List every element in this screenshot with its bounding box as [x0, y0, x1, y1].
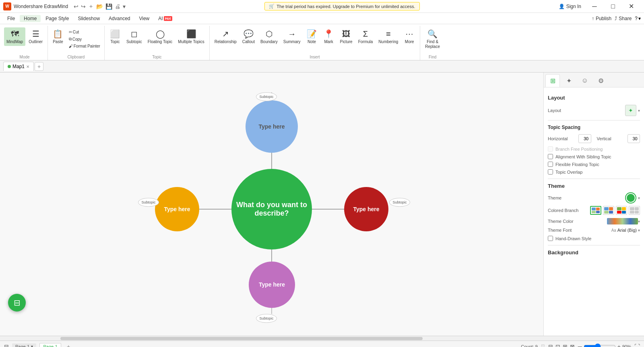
- view-icon-2[interactable]: ⊡: [555, 343, 560, 347]
- menu-home[interactable]: Home: [20, 15, 41, 22]
- page-dropdown-arrow[interactable]: ▾: [31, 344, 33, 347]
- new-icon[interactable]: ＋: [88, 3, 94, 10]
- redo-icon[interactable]: ↪: [81, 3, 86, 10]
- page-tab-label[interactable]: Page-1 ▾: [12, 343, 36, 347]
- theme-color-dropdown[interactable]: ▾: [638, 219, 640, 224]
- tab-add-button[interactable]: +: [35, 62, 43, 71]
- top-node[interactable]: Type here: [246, 100, 298, 153]
- menu-slideshow[interactable]: Slideshow: [74, 15, 104, 22]
- open-icon[interactable]: 📂: [96, 3, 103, 10]
- layout-preview[interactable]: ✦: [625, 105, 636, 116]
- summary-button[interactable]: → Summary: [281, 27, 303, 46]
- theme-dropdown-arrow[interactable]: ▾: [638, 196, 640, 200]
- publish-button[interactable]: ↑ Publish: [592, 16, 611, 21]
- active-page-tab[interactable]: Page-1: [39, 343, 61, 347]
- mark-button[interactable]: 📍 Mark: [321, 27, 337, 46]
- panel-tab-settings[interactable]: ⚙: [594, 74, 608, 87]
- numbering-button[interactable]: ≡ Numbering: [376, 27, 400, 46]
- theme-circle[interactable]: [626, 193, 636, 203]
- page-add-button[interactable]: +: [64, 343, 72, 347]
- hand-drawn-checkbox[interactable]: [548, 236, 553, 241]
- subtopic-top-text: Subtopic: [259, 95, 273, 99]
- menu-view[interactable]: View: [135, 15, 153, 22]
- sidebar-toggle-icon[interactable]: ⊟: [4, 343, 9, 347]
- center-node[interactable]: What do you want to describe?: [231, 169, 312, 249]
- canvas[interactable]: What do you want to describe? Type here …: [0, 73, 543, 336]
- note-button[interactable]: 📝 Note: [304, 27, 320, 46]
- zoom-out-button[interactable]: ─: [578, 343, 582, 347]
- copy-button[interactable]: ⧉ Copy: [67, 36, 102, 42]
- help-button[interactable]: ? ▾: [635, 16, 641, 21]
- colored-branch-opt1[interactable]: [590, 206, 601, 215]
- subtopic-button[interactable]: ◻ Subtopic: [124, 27, 144, 46]
- subtopic-bottom[interactable]: Subtopic: [256, 314, 277, 323]
- sign-in-button[interactable]: 👤 AI Sign In: [559, 4, 581, 9]
- subtopic-right[interactable]: Subtopic: [389, 198, 410, 207]
- view-icon-3[interactable]: ⊞: [563, 343, 568, 347]
- tab-map1[interactable]: Map1 ✕: [3, 62, 34, 71]
- menu-file[interactable]: File: [3, 15, 19, 22]
- minimize-button[interactable]: ─: [585, 0, 604, 13]
- theme-font-value[interactable]: Aa Arial (Big) ▾: [576, 228, 640, 233]
- layout-label: Layout: [548, 108, 576, 113]
- print-icon[interactable]: 🖨: [115, 3, 120, 10]
- alignment-checkbox[interactable]: [548, 154, 553, 159]
- panel-tab-emoji[interactable]: ☺: [578, 74, 592, 87]
- undo-icon[interactable]: ↩: [74, 3, 78, 10]
- relationship-button[interactable]: ↗ Relationship: [212, 27, 239, 46]
- menu-advanced[interactable]: Advanced: [105, 15, 134, 22]
- view-icon-1[interactable]: ⊟: [548, 343, 553, 347]
- topic-overlap-checkbox[interactable]: [548, 169, 553, 175]
- cut-button[interactable]: ✂ Cut: [67, 29, 102, 35]
- restore-button[interactable]: □: [604, 0, 622, 13]
- outliner-button[interactable]: ☰ Outliner: [26, 27, 45, 46]
- view-icon-4[interactable]: ⊠: [570, 343, 575, 347]
- menu-page-style[interactable]: Page Style: [41, 15, 73, 22]
- close-button[interactable]: ✕: [622, 0, 641, 13]
- vertical-input[interactable]: 30: [628, 135, 640, 142]
- subtopic-left[interactable]: Subtopic: [138, 198, 159, 207]
- callout-button[interactable]: 💬 Callout: [240, 27, 257, 46]
- horizontal-scrollbar[interactable]: [0, 336, 644, 341]
- formula-button[interactable]: Σ Formula: [356, 27, 376, 46]
- multiple-topics-button[interactable]: ⬛ Multiple Topics: [175, 27, 206, 46]
- layout-dropdown-arrow[interactable]: ▾: [638, 108, 640, 113]
- expand-icon[interactable]: ⛶: [634, 343, 640, 347]
- branch-free-checkbox[interactable]: [548, 146, 553, 152]
- zoom-slider[interactable]: [584, 343, 616, 347]
- more-options-icon[interactable]: ▾: [123, 3, 126, 10]
- mindmap-button[interactable]: 🗺 MindMap: [4, 27, 25, 46]
- mark-icon: 📍: [324, 29, 334, 39]
- horizontal-spinbox[interactable]: 30 ▲ ▼: [578, 134, 591, 143]
- right-node[interactable]: Type here: [344, 187, 388, 231]
- flexible-checkbox[interactable]: [548, 162, 553, 167]
- boundary-button[interactable]: ⬡ Boundary: [258, 27, 280, 46]
- format-painter-button[interactable]: 🖌 Format Painter: [67, 43, 102, 49]
- horizontal-input[interactable]: 30: [579, 135, 591, 142]
- save-icon[interactable]: 💾: [105, 3, 112, 10]
- agent-button[interactable]: ⊟: [8, 294, 26, 312]
- vertical-spinbox[interactable]: 30 ▲ ▼: [627, 134, 640, 143]
- menu-ai[interactable]: AI Hot: [154, 15, 176, 22]
- find-icon: 🔍: [427, 29, 438, 39]
- theme-color-bar[interactable]: [607, 218, 638, 224]
- find-replace-button[interactable]: 🔍 Find &Replace: [423, 27, 442, 51]
- left-node[interactable]: Type here: [155, 187, 199, 231]
- floating-topic-button[interactable]: ◯ Floating Topic: [145, 27, 175, 46]
- colored-branch-opt4[interactable]: [629, 206, 640, 215]
- colored-branch-opt2[interactable]: [603, 206, 614, 215]
- bottom-node[interactable]: Type here: [249, 262, 295, 308]
- panel-tab-layout[interactable]: ⊞: [545, 74, 560, 87]
- zoom-in-button[interactable]: +: [617, 343, 621, 347]
- trial-banner[interactable]: 🛒 The trial period has expired. Upgrade …: [264, 2, 419, 10]
- picture-button[interactable]: 🖼 Picture: [338, 27, 355, 46]
- scroll-thumb[interactable]: [60, 337, 423, 340]
- colored-branch-opt3[interactable]: [616, 206, 627, 215]
- panel-tab-style[interactable]: ✦: [561, 74, 576, 87]
- topic-button[interactable]: ⬜ Topic: [107, 27, 123, 46]
- paste-button[interactable]: 📋 Paste: [50, 27, 66, 46]
- tab-close-icon[interactable]: ✕: [26, 64, 29, 69]
- subtopic-top[interactable]: Subtopic: [256, 92, 277, 101]
- share-button[interactable]: ⤴ Share: [615, 16, 632, 21]
- more-button[interactable]: ⋯ More: [401, 27, 417, 46]
